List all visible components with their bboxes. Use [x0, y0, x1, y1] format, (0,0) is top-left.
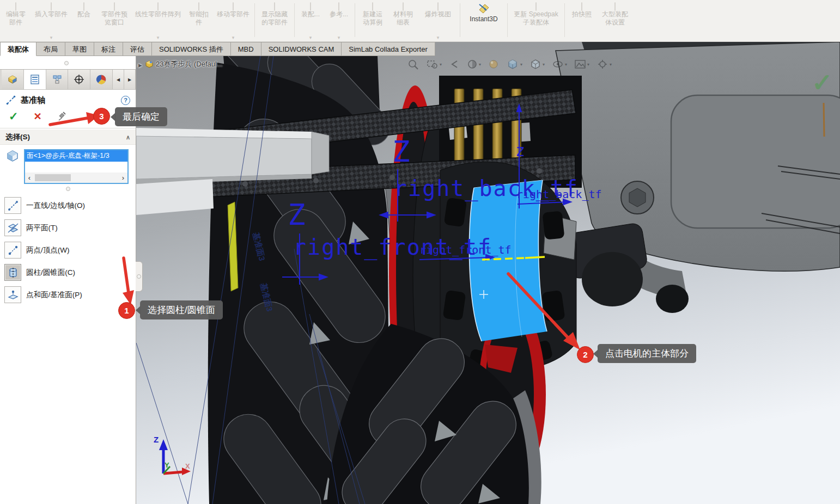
mate-icon [83, 2, 84, 11]
option-line-edge-axis[interactable]: 一直线/边线/轴(O) [4, 196, 136, 214]
update-speedpak-icon [535, 2, 537, 11]
hide-show-items-icon[interactable] [552, 59, 567, 70]
instant3d-icon [477, 8, 490, 15]
ribbon-button-edit-component[interactable]: 编辑零 部件 [0, 0, 32, 42]
ribbon-button-linear-pattern[interactable]: 线性零部件阵列 [132, 0, 184, 42]
ribbon-button-large-assembly[interactable]: 大型装配 体设置 [597, 0, 633, 42]
tf-label-z-small: z [515, 141, 525, 160]
tab-property-manager[interactable] [24, 70, 46, 89]
scroll-left-icon[interactable]: ‹ [25, 173, 34, 183]
ribbon-button-update-speedpak[interactable]: 更新 Speedpak 子装配体 [509, 0, 563, 42]
ribbon-button-smart-fasteners[interactable]: 智能扣 件 [184, 0, 214, 42]
tab-annotate[interactable]: 标注 [94, 42, 123, 56]
tab-sketch[interactable]: 草图 [65, 42, 94, 56]
ribbon-button-take-snapshot[interactable]: 拍快照 [567, 0, 597, 42]
ribbon-button-assembly-features[interactable]: 装配... [296, 0, 325, 42]
command-tab-bar: 装配体 布局 草图 标注 评估 SOLIDWORKS 插件 MBD SOLIDW… [0, 42, 435, 56]
tab-dimxpert-manager[interactable] [68, 70, 90, 89]
tab-mbd[interactable]: MBD [231, 42, 261, 56]
section-view-icon[interactable] [467, 59, 481, 70]
option-point-and-face[interactable]: 点和面/基准面(P) [4, 286, 136, 304]
ribbon-button-component-preview[interactable]: 零部件预 览窗口 [97, 0, 132, 42]
ribbon-button-instant3d[interactable]: Instant3D [462, 0, 506, 42]
manager-tab-strip: ◀ ▶ [0, 69, 136, 90]
ribbon-button-move-component[interactable]: 移动零部件 [214, 0, 253, 42]
tab-configuration-manager[interactable] [46, 70, 69, 89]
edit-appearance-icon[interactable] [488, 59, 499, 70]
manager-tabs-right-arrow[interactable]: ▶ [124, 70, 136, 89]
panel-title: 基准轴 [21, 95, 45, 106]
tab-display-manager[interactable] [90, 70, 113, 89]
assembly-icon [145, 60, 154, 69]
ribbon-toolbar: 编辑零 部件 插入零部件 配合 零部件预 览窗口 线性零部件阵列 智能扣 件 移… [0, 0, 840, 42]
dimxpert-manager-icon [74, 74, 84, 85]
ribbon-button-motion-study[interactable]: 新建运 动算例 [357, 0, 388, 42]
ribbon-separator [254, 3, 255, 37]
ribbon-separator [294, 3, 295, 37]
zoom-to-fit-icon[interactable] [407, 59, 419, 70]
tree-item-label[interactable]: 23赛季步兵 (Defaul... [156, 59, 223, 69]
view-orientation-icon[interactable] [506, 58, 522, 70]
tab-simlab-collada[interactable]: SimLab Collada Exporter [342, 42, 435, 56]
ribbon-button-reference-geometry[interactable]: 参考... [325, 0, 353, 42]
tab-solidworks-addins[interactable]: SOLIDWORKS 插件 [152, 42, 231, 56]
confirm-check-icon[interactable] [812, 68, 833, 97]
ribbon-button-exploded-view[interactable]: 爆炸视图 [418, 0, 458, 42]
ribbon-button-bom[interactable]: 材料明 细表 [388, 0, 418, 42]
tab-layout[interactable]: 布局 [36, 42, 65, 56]
cancel-button[interactable] [34, 110, 42, 122]
selected-motor-face[interactable] [469, 180, 547, 341]
3d-viewport[interactable]: 23赛季步兵 (Defaul... Z z right_back_tf righ… [136, 42, 840, 504]
option-two-points[interactable]: 两点/顶点(W) [4, 241, 136, 259]
listbox-splitter-dot[interactable] [66, 187, 70, 191]
panel-splitter-dot[interactable] [64, 61, 69, 65]
3d-scene-canvas[interactable] [136, 42, 840, 504]
tab-solidworks-cam[interactable]: SOLIDWORKS CAM [261, 42, 342, 56]
ok-button[interactable] [9, 110, 19, 123]
collapse-chevron-icon [126, 133, 130, 141]
tree-expand-icon[interactable] [138, 60, 145, 69]
ribbon-button-show-hidden[interactable]: 显示隐藏 的零部件 [257, 0, 293, 42]
help-icon[interactable]: ? [121, 96, 130, 105]
large-assembly-icon [614, 2, 616, 11]
feature-manager-icon [7, 74, 18, 85]
tab-assembly[interactable]: 装配体 [0, 42, 36, 56]
move-component-icon [233, 2, 234, 11]
scroll-right-icon[interactable]: › [119, 173, 127, 183]
component-preview-icon [114, 2, 115, 11]
option-cylindrical-conical-face[interactable]: 圆柱/圆锥面(C) [4, 263, 136, 281]
tab-evaluate[interactable]: 评估 [123, 42, 152, 56]
apply-scene-icon[interactable] [574, 59, 589, 70]
previous-view-icon[interactable] [449, 59, 460, 70]
panel-viewport-splitter[interactable] [136, 261, 143, 292]
linear-pattern-icon [157, 2, 159, 11]
ribbon-separator [507, 3, 508, 37]
view-settings-icon[interactable] [596, 59, 612, 70]
reference-axis-icon [5, 95, 16, 106]
ribbon-button-mate[interactable]: 配合 [71, 0, 97, 42]
flyout-feature-tree[interactable]: 23赛季步兵 (Defaul... [138, 59, 223, 69]
two-planes-icon [4, 219, 21, 236]
ribbon-button-insert-component[interactable]: 插入零部件 [32, 0, 71, 42]
triad-z-label: Z [154, 435, 159, 444]
display-style-icon[interactable] [529, 59, 545, 70]
axis-type-options: 一直线/边线/轴(O) 两平面(T) 两点/顶点(W) 圆柱/圆锥面(C) 点和… [0, 191, 136, 304]
selection-group-header[interactable]: 选择(S) [0, 130, 136, 145]
manager-tabs-left-arrow[interactable]: ◀ [113, 70, 124, 89]
step-tooltip-1: 选择圆柱/圆锥面 [140, 300, 223, 319]
option-two-planes[interactable]: 两平面(T) [4, 219, 136, 237]
selection-listbox[interactable]: 面<1>@步兵-底盘-框架-1/3 ‹ › [24, 149, 129, 184]
exploded-view-icon [437, 2, 439, 11]
selection-scrollbar: ‹ › [25, 173, 127, 183]
tf-label-z2: Z [288, 198, 306, 232]
pushpin-icon[interactable] [57, 111, 67, 122]
step-badge-1: 1 [118, 302, 135, 319]
tab-feature-manager[interactable] [2, 70, 24, 89]
property-manager-header: 基准轴 ? [0, 90, 136, 108]
zoom-to-area-icon[interactable] [427, 59, 442, 70]
heads-up-toolbar [407, 58, 612, 70]
triad-y-label: Y [165, 461, 169, 469]
insert-component-icon [51, 2, 52, 11]
selection-list-item[interactable]: 面<1>@步兵-底盘-框架-1/3 [25, 150, 127, 162]
scrollbar-thumb[interactable] [35, 174, 71, 181]
